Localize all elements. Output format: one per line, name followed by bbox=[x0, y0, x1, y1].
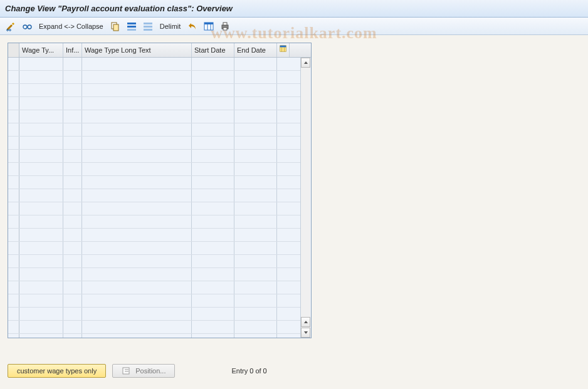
deselect-all-button[interactable] bbox=[141, 20, 155, 33]
cell-inf[interactable] bbox=[63, 137, 82, 149]
undo-button[interactable] bbox=[186, 20, 199, 33]
position-button[interactable]: Position... bbox=[112, 364, 175, 378]
select-all-button[interactable] bbox=[125, 20, 139, 33]
cell-wage-type[interactable] bbox=[19, 58, 63, 70]
cell-inf[interactable] bbox=[63, 176, 82, 189]
cell-wage-type[interactable] bbox=[19, 97, 63, 110]
row-selector[interactable] bbox=[8, 110, 19, 123]
cell-end-date[interactable] bbox=[234, 123, 277, 136]
cell-end-date[interactable] bbox=[234, 321, 277, 333]
scroll-down-button[interactable] bbox=[301, 328, 310, 338]
cell-end-date[interactable] bbox=[234, 97, 277, 110]
cell-long-text[interactable] bbox=[82, 308, 192, 320]
cell-long-text[interactable] bbox=[82, 242, 192, 254]
cell-end-date[interactable] bbox=[234, 163, 277, 175]
cell-inf[interactable] bbox=[63, 242, 82, 254]
cell-start-date[interactable] bbox=[192, 268, 234, 281]
row-selector[interactable] bbox=[8, 215, 19, 228]
col-header-inf[interactable]: Inf... bbox=[63, 43, 82, 57]
cell-inf[interactable] bbox=[63, 58, 82, 70]
cell-wage-type[interactable] bbox=[19, 84, 63, 96]
cell-long-text[interactable] bbox=[82, 84, 192, 96]
cell-inf[interactable] bbox=[63, 84, 82, 96]
col-header-end-date[interactable]: End Date bbox=[234, 43, 277, 57]
cell-inf[interactable] bbox=[63, 334, 82, 338]
cell-end-date[interactable] bbox=[234, 294, 277, 307]
cell-long-text[interactable] bbox=[82, 268, 192, 281]
row-selector[interactable] bbox=[8, 189, 19, 202]
cell-start-date[interactable] bbox=[192, 255, 234, 267]
table-row[interactable] bbox=[8, 150, 300, 163]
row-selector[interactable] bbox=[8, 97, 19, 110]
cell-wage-type[interactable] bbox=[19, 163, 63, 175]
table-row[interactable] bbox=[8, 97, 300, 110]
row-selector[interactable] bbox=[8, 281, 19, 294]
col-header-start-date[interactable]: Start Date bbox=[192, 43, 234, 57]
cell-wage-type[interactable] bbox=[19, 150, 63, 162]
cell-wage-type[interactable] bbox=[19, 215, 63, 228]
cell-inf[interactable] bbox=[63, 281, 82, 294]
table-row[interactable] bbox=[8, 202, 300, 215]
cell-end-date[interactable] bbox=[234, 189, 277, 202]
customer-wage-types-button[interactable]: customer wage types only bbox=[8, 364, 106, 378]
row-selector[interactable] bbox=[8, 294, 19, 307]
cell-end-date[interactable] bbox=[234, 137, 277, 149]
cell-wage-type[interactable] bbox=[19, 321, 63, 333]
cell-end-date[interactable] bbox=[234, 242, 277, 254]
cell-start-date[interactable] bbox=[192, 294, 234, 307]
table-row[interactable] bbox=[8, 321, 300, 334]
scroll-down-one-button[interactable] bbox=[301, 317, 310, 327]
cell-start-date[interactable] bbox=[192, 97, 234, 110]
table-row[interactable] bbox=[8, 137, 300, 150]
table-row[interactable] bbox=[8, 123, 300, 137]
cell-start-date[interactable] bbox=[192, 215, 234, 228]
table-row[interactable] bbox=[8, 268, 300, 281]
cell-long-text[interactable] bbox=[82, 176, 192, 189]
cell-wage-type[interactable] bbox=[19, 71, 63, 83]
cell-inf[interactable] bbox=[63, 308, 82, 320]
col-header-wage-type[interactable]: Wage Ty... bbox=[19, 43, 63, 57]
table-row[interactable] bbox=[8, 71, 300, 84]
row-selector[interactable] bbox=[8, 176, 19, 189]
table-row[interactable] bbox=[8, 334, 300, 338]
cell-long-text[interactable] bbox=[82, 255, 192, 267]
col-header-long-text[interactable]: Wage Type Long Text bbox=[82, 43, 192, 57]
cell-inf[interactable] bbox=[63, 255, 82, 267]
cell-start-date[interactable] bbox=[192, 321, 234, 333]
row-selector[interactable] bbox=[8, 255, 19, 267]
cell-start-date[interactable] bbox=[192, 84, 234, 96]
cell-wage-type[interactable] bbox=[19, 294, 63, 307]
cell-end-date[interactable] bbox=[234, 255, 277, 267]
cell-start-date[interactable] bbox=[192, 242, 234, 254]
table-row[interactable] bbox=[8, 242, 300, 255]
row-selector[interactable] bbox=[8, 123, 19, 136]
cell-long-text[interactable] bbox=[82, 137, 192, 149]
cell-wage-type[interactable] bbox=[19, 281, 63, 294]
cell-start-date[interactable] bbox=[192, 163, 234, 175]
table-row[interactable] bbox=[8, 84, 300, 97]
row-selector[interactable] bbox=[8, 334, 19, 338]
cell-long-text[interactable] bbox=[82, 321, 192, 333]
table-row[interactable] bbox=[8, 189, 300, 202]
cell-long-text[interactable] bbox=[82, 189, 192, 202]
copy-button[interactable] bbox=[108, 20, 122, 33]
cell-start-date[interactable] bbox=[192, 176, 234, 189]
cell-inf[interactable] bbox=[63, 97, 82, 110]
cell-start-date[interactable] bbox=[192, 150, 234, 162]
row-selector[interactable] bbox=[8, 229, 19, 241]
table-row[interactable] bbox=[8, 58, 300, 71]
cell-long-text[interactable] bbox=[82, 294, 192, 307]
cell-inf[interactable] bbox=[63, 268, 82, 281]
cell-start-date[interactable] bbox=[192, 202, 234, 215]
cell-start-date[interactable] bbox=[192, 137, 234, 149]
cell-wage-type[interactable] bbox=[19, 334, 63, 338]
cell-long-text[interactable] bbox=[82, 150, 192, 162]
cell-inf[interactable] bbox=[63, 321, 82, 333]
cell-inf[interactable] bbox=[63, 202, 82, 215]
table-row[interactable] bbox=[8, 255, 300, 268]
cell-wage-type[interactable] bbox=[19, 176, 63, 189]
expand-collapse-button[interactable]: Expand <-> Collapse bbox=[36, 23, 106, 30]
cell-long-text[interactable] bbox=[82, 202, 192, 215]
cell-end-date[interactable] bbox=[234, 176, 277, 189]
cell-wage-type[interactable] bbox=[19, 110, 63, 123]
